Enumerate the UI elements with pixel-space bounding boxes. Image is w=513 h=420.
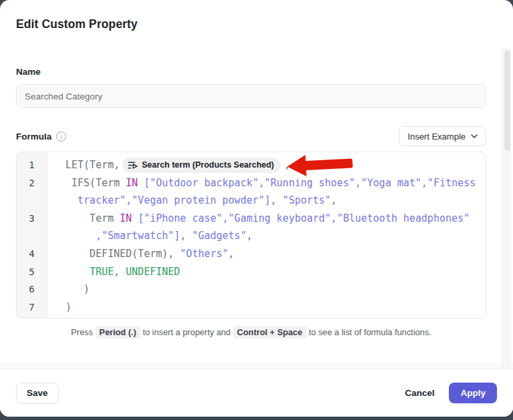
code-token: ,"Smartwatch"] [96,230,180,242]
code-token: "Sports" [283,194,331,206]
dialog-content: Name Formula i Insert Example 1234567 LE… [0,48,513,369]
code-token: UNDEFINED [126,266,180,278]
code-token: IN [120,212,132,224]
code-token: , [114,266,126,278]
code-token: , [228,248,234,260]
name-input[interactable] [16,84,486,108]
code-token: Term [65,212,120,224]
info-icon[interactable]: i [56,132,66,142]
code-token: TRUE [90,266,114,278]
code-token: DEFINED(Term), [65,248,180,260]
chip-label: Search term (Products Searched) [142,156,274,174]
code-token [65,230,96,242]
keyboard-hint: Press Period (.) to insert a property an… [16,327,486,337]
code-area[interactable]: LET(Term,Search term (Products Searched)… [47,152,486,318]
code-line[interactable]: LET(Term,Search term (Products Searched)… [65,156,480,174]
code-token: "Others" [180,248,228,260]
line-number-gutter: 1234567 [17,152,47,318]
chevron-down-icon [471,134,478,138]
code-token: ["Outdoor backpack","Running shoes","Yog… [144,177,476,189]
formula-editor[interactable]: 1234567 LET(Term,Search term (Products S… [16,152,486,319]
kbd-period: Period (.) [96,326,140,339]
line-number: 2 [17,174,47,192]
hint-post: to see a list of formula functions. [309,327,432,337]
code-token: , [180,230,192,242]
code-token: ) [65,283,90,295]
code-line[interactable]: tracker","Vegan protein powder"], "Sport… [65,192,480,210]
line-number [17,192,47,210]
event-property-icon [128,160,138,170]
code-line[interactable]: Term IN ["iPhone case","Gaming keyboard"… [65,210,480,228]
code-line[interactable]: IFS(Term IN ["Outdoor backpack","Running… [65,174,480,192]
code-token: LET(Term, [65,159,120,171]
line-number: 7 [17,298,47,317]
code-token: , [246,230,252,242]
cancel-button[interactable]: Cancel [405,388,434,398]
scrollbar-track[interactable] [502,48,511,369]
line-number: 3 [17,210,47,228]
dialog-footer: Save Cancel Apply [0,369,513,417]
code-token: IN [126,177,138,189]
formula-label: Formula [16,132,51,142]
line-number: 5 [17,263,47,281]
code-token: "Gadgets" [192,230,246,242]
code-line[interactable]: TRUE, UNDEFINED [65,263,480,281]
code-token [65,194,77,206]
formula-label-wrap: Formula i [16,132,66,142]
code-line[interactable]: DEFINED(Term), "Others", [65,245,480,263]
code-token: ["iPhone case","Gaming keyboard","Blueto… [138,212,470,224]
code-token: , [284,159,290,171]
code-token: tracker","Vegan protein powder"] [77,194,271,206]
footer-right-actions: Cancel Apply [405,383,497,403]
code-token: ) [65,301,71,313]
line-number: 1 [17,156,47,174]
hint-pre: Press [71,327,93,337]
kbd-control-space: Control + Space [233,326,307,339]
line-number: 6 [17,280,47,298]
line-number: 4 [17,245,47,263]
code-line[interactable]: ,"Smartwatch"], "Gadgets", [65,227,480,245]
search-term-property-chip[interactable]: Search term (Products Searched) [122,158,281,173]
scrollbar-thumb[interactable] [504,51,510,151]
name-label: Name [16,67,486,77]
dialog-header: Edit Custom Property [0,0,513,48]
line-number [17,227,47,245]
dialog-title: Edit Custom Property [16,17,497,31]
code-line[interactable]: ) [65,298,480,317]
code-token: , [331,194,337,206]
save-button[interactable]: Save [16,383,59,404]
hint-mid: to insert a property and [143,327,231,337]
edit-custom-property-dialog: Edit Custom Property Name Formula i Inse… [0,0,513,417]
code-token: IFS(Term [65,177,126,189]
code-token: , [271,194,283,206]
code-line[interactable]: ) [65,280,480,298]
insert-example-label: Insert Example [407,132,466,142]
code-token [65,266,90,278]
apply-button[interactable]: Apply [449,383,497,403]
formula-row: Formula i Insert Example [16,126,486,146]
insert-example-button[interactable]: Insert Example [399,126,486,146]
